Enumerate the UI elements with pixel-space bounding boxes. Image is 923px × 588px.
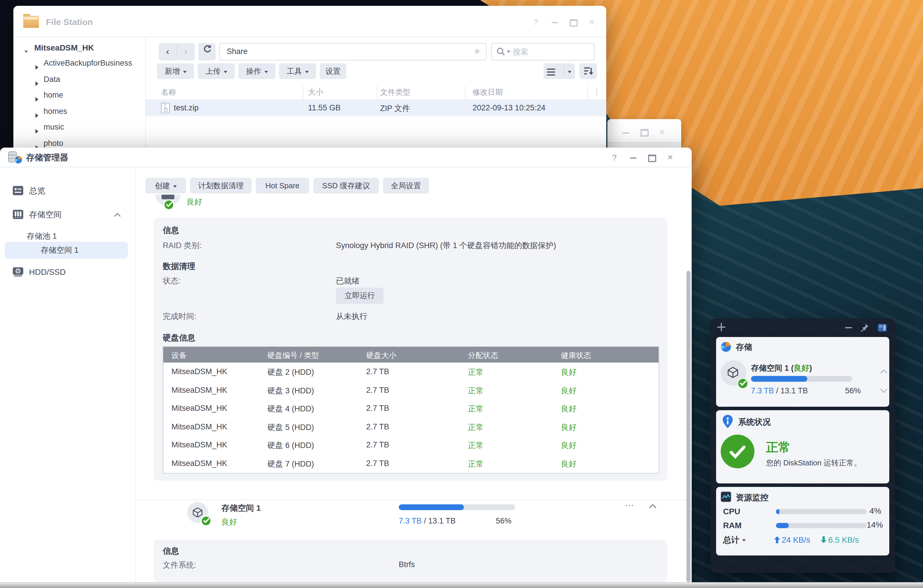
add-widget-icon[interactable]	[717, 323, 725, 331]
volume-usage-text: 7.3 TB / 13.1 TB	[399, 516, 456, 525]
panel-layout-icon[interactable]	[878, 324, 887, 332]
file-modified: 2022-09-13 10:25:24	[473, 103, 545, 112]
disk-row[interactable]: MitseaDSM_HK 硬盘 5 (HDD) 2.7 TB 正常 良好	[163, 418, 659, 436]
taskbar-strip[interactable]	[0, 582, 923, 588]
create-button[interactable]: 创建	[145, 178, 186, 193]
disk-row[interactable]: MitseaDSM_HK 硬盘 6 (HDD) 2.7 TB 正常 良好	[163, 436, 659, 454]
volume-name: 存储空间 1	[222, 503, 261, 514]
close-icon[interactable]: ×	[657, 127, 667, 136]
file-station-titlebar[interactable]: File Station ? ×	[13, 6, 606, 37]
collapse-chevron-icon[interactable]	[649, 504, 657, 509]
ssd-cache-advisor-button[interactable]: SSD 缓存建议	[313, 178, 379, 193]
tools-button[interactable]: 工具	[279, 63, 316, 79]
column-name[interactable]: 名称	[161, 87, 176, 98]
back-button[interactable]: ‹	[159, 43, 177, 61]
window-content-strip	[608, 143, 681, 147]
scrub-heading: 数据清理	[163, 262, 195, 272]
path-input[interactable]: Share ★	[219, 43, 486, 61]
filesystem-label: 文件系统:	[163, 560, 197, 570]
info-heading: 信息	[163, 226, 179, 236]
volume-group-icon	[13, 210, 23, 219]
search-placeholder: 搜索	[512, 47, 528, 57]
disk-row[interactable]: MitseaDSM_HK 硬盘 3 (HDD) 2.7 TB 正常 良好	[163, 381, 659, 399]
run-now-button[interactable]: 立即运行	[336, 288, 384, 304]
healthy-check-badge	[200, 515, 212, 526]
cpu-label: CPU	[723, 507, 740, 516]
info-heading: 信息	[163, 546, 179, 557]
disk-row[interactable]: MitseaDSM_HK 硬盘 7 (HDD) 2.7 TB 正常 良好	[163, 454, 659, 473]
settings-button[interactable]: 设置	[320, 63, 347, 79]
view-mode-button[interactable]	[544, 63, 575, 79]
caret-down-icon	[305, 70, 308, 73]
help-icon[interactable]: ?	[531, 18, 540, 27]
file-size: 11.55 GB	[308, 103, 341, 112]
scrub-status-value: 已就绪	[336, 276, 360, 287]
scrub-done-label: 完成时间:	[163, 311, 197, 322]
hot-spare-button[interactable]: Hot Spare	[256, 178, 309, 193]
minimize-icon[interactable]	[552, 22, 558, 23]
sidebar-item-volume-1-selected[interactable]: 存储空间 1	[5, 242, 128, 259]
hdd-icon	[13, 267, 23, 277]
column-type[interactable]: 文件类型	[380, 87, 411, 98]
sidebar-item-volume-group[interactable]: 存储空间	[0, 206, 135, 223]
total-capacity: 13.1 TB	[429, 516, 456, 525]
search-scope-caret-icon[interactable]	[507, 51, 510, 53]
close-icon[interactable]: ×	[665, 153, 675, 162]
new-button[interactable]: 新增	[157, 63, 194, 79]
ram-percent: 14%	[867, 520, 883, 529]
disk-table-header: 设备 硬盘编号 / 类型 硬盘大小 分配状态 健康状态	[163, 347, 659, 362]
maximize-icon[interactable]	[570, 19, 578, 27]
health-description: 您的 DiskStation 运转正常。	[766, 458, 861, 468]
more-options-icon[interactable]: ⋯	[625, 500, 635, 511]
upload-button[interactable]: 上传	[198, 63, 235, 79]
minimize-icon[interactable]	[630, 157, 636, 159]
search-icon	[496, 47, 506, 56]
filesystem-value: Btrfs	[399, 560, 415, 569]
file-row-selected[interactable]: test.zip 11.55 GB ZIP 文件 2022-09-13 10:2…	[146, 99, 606, 116]
scrollbar-thumb[interactable]	[687, 271, 690, 582]
storage-manager-window: 存储管理器 ? × 总览	[0, 147, 691, 582]
healthy-check-badge	[163, 199, 174, 210]
column-options-icon[interactable]: ⋮	[593, 87, 600, 96]
maximize-icon[interactable]	[641, 129, 649, 136]
health-status-text: 正常	[766, 439, 790, 455]
data-scrubbing-button[interactable]: 计划数据清理	[190, 178, 252, 193]
volume-percent: 56%	[845, 387, 861, 395]
maximize-icon[interactable]	[648, 154, 656, 162]
file-name: test.zip	[174, 103, 199, 112]
storage-manager-title: 存储管理器	[26, 152, 68, 163]
minimize-icon[interactable]	[622, 133, 629, 134]
download-arrow-icon	[821, 536, 826, 543]
file-type: ZIP 文件	[380, 103, 410, 114]
column-size[interactable]: 大小	[308, 87, 323, 98]
column-modified[interactable]: 修改日期	[473, 87, 503, 98]
search-input[interactable]: 搜索	[491, 43, 595, 61]
global-settings-button[interactable]: 全局设置	[383, 178, 429, 193]
minimize-panel-icon[interactable]	[845, 327, 852, 329]
next-volume-chevron-icon[interactable]	[880, 388, 888, 393]
volume-status: 良好	[187, 197, 202, 207]
current-path: Share	[227, 47, 248, 56]
sidebar-item-hdd-ssd[interactable]: HDD/SSD	[0, 264, 135, 280]
previous-volume-chevron-icon[interactable]	[880, 369, 888, 374]
chevron-up-icon[interactable]	[114, 213, 121, 217]
help-icon[interactable]: ?	[610, 153, 619, 162]
pin-panel-icon[interactable]	[859, 323, 869, 333]
ram-usage-bar	[776, 523, 867, 528]
disk-row[interactable]: MitseaDSM_HK 硬盘 2 (HDD) 2.7 TB 正常 良好	[163, 362, 659, 381]
storage-manager-titlebar[interactable]: 存储管理器 ? ×	[0, 147, 691, 167]
caret-down-icon	[742, 539, 746, 542]
background-window[interactable]: ×	[608, 119, 681, 147]
action-button[interactable]: 操作	[238, 63, 276, 79]
used-capacity[interactable]: 7.3 TB	[399, 516, 422, 525]
caret-down-icon[interactable]	[568, 70, 572, 73]
network-total-dropdown[interactable]: 总计	[723, 535, 746, 545]
sidebar-item-overview[interactable]: 总览	[0, 182, 135, 199]
disk-row[interactable]: MitseaDSM_HK 硬盘 4 (HDD) 2.7 TB 正常 良好	[163, 399, 659, 418]
close-icon[interactable]: ×	[587, 18, 596, 27]
refresh-button[interactable]	[198, 43, 216, 61]
sort-button[interactable]	[580, 63, 597, 79]
forward-button[interactable]: ›	[177, 43, 195, 61]
section-divider	[136, 500, 687, 500]
favorite-star-icon[interactable]: ★	[473, 46, 481, 56]
